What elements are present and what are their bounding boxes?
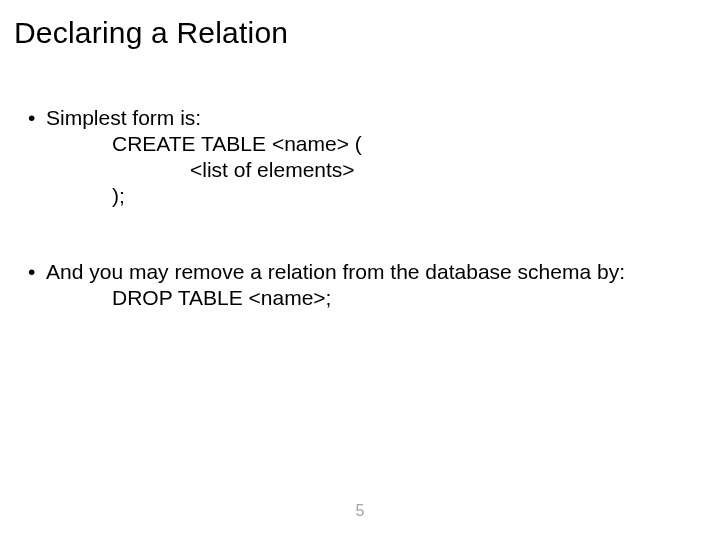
bullet-1-text: Simplest form is:	[46, 106, 201, 130]
bullet-2: • And you may remove a relation from the…	[28, 260, 708, 284]
bullet-dot-icon: •	[28, 260, 46, 284]
bullet-1-line-3: );	[112, 184, 708, 208]
slide: Declaring a Relation • Simplest form is:…	[0, 0, 720, 540]
spacer	[12, 210, 708, 260]
page-number: 5	[0, 502, 720, 520]
bullet-1: • Simplest form is:	[28, 106, 708, 130]
bullet-2-line-1: DROP TABLE <name>;	[112, 286, 708, 310]
bullet-2-text: And you may remove a relation from the d…	[46, 260, 625, 284]
slide-title: Declaring a Relation	[14, 16, 708, 50]
bullet-dot-icon: •	[28, 106, 46, 130]
bullet-1-line-1: CREATE TABLE <name> (	[112, 132, 708, 156]
bullet-1-line-2: <list of elements>	[190, 158, 708, 182]
